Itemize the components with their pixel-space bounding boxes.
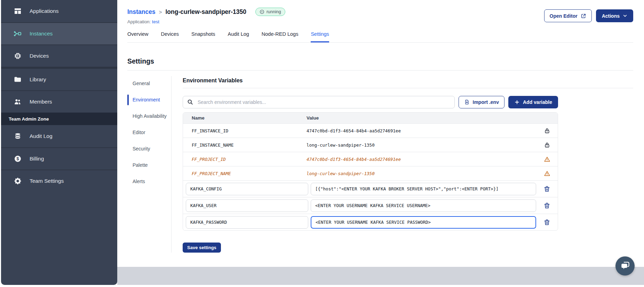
- warning-icon: [544, 156, 550, 163]
- env-var-value-input[interactable]: [311, 216, 536, 229]
- sidebar-main-nav: Applications Instances Devices Library M…: [1, 0, 117, 113]
- warning-icon: [544, 170, 550, 177]
- chat-bubbles-icon: [620, 260, 630, 272]
- open-editor-label: Open Editor: [550, 13, 578, 19]
- header-actions: Open Editor Actions: [544, 8, 633, 22]
- add-variable-button[interactable]: Add variable: [508, 96, 558, 108]
- tab-settings[interactable]: Settings: [311, 31, 329, 42]
- tab-node-red-logs[interactable]: Node-RED Logs: [262, 31, 299, 42]
- save-settings-button[interactable]: Save settings: [183, 243, 221, 253]
- team-settings-icon: [14, 177, 22, 185]
- settings-nav-high-availability[interactable]: High Availability: [127, 109, 171, 123]
- row-actions: [536, 219, 558, 226]
- actions-label: Actions: [602, 13, 620, 19]
- env-var-name: FF_INSTANCE_NAME: [183, 142, 307, 148]
- sidebar-item-label: Billing: [30, 156, 44, 162]
- row-actions: [536, 186, 558, 192]
- env-var-row: FF_INSTANCE_NAMElong-curlew-sandpiper-13…: [183, 138, 558, 152]
- row-status: [536, 156, 558, 163]
- search-environment-input[interactable]: [183, 96, 455, 108]
- instance-tabs: OverviewDevicesSnapshotsAudit LogNode-RE…: [127, 31, 633, 43]
- env-var-value: long-curlew-sandpiper-1350: [307, 142, 536, 148]
- instance-header: Instances > long-curlew-sandpiper-1350 r…: [127, 0, 633, 24]
- sidebar-admin-nav: Audit Log$ Billing Team Settings: [1, 125, 117, 192]
- sidebar-item-label: Members: [30, 99, 52, 105]
- instances-icon: [14, 30, 22, 38]
- tab-snapshots[interactable]: Snapshots: [191, 31, 215, 42]
- sidebar-item-billing[interactable]: $ Billing: [1, 147, 117, 170]
- delete-variable-button[interactable]: [543, 219, 550, 226]
- instance-name: long-curlew-sandpiper-1350: [166, 8, 246, 16]
- footer-strip: [117, 267, 644, 285]
- environment-title-divider: [183, 88, 633, 88]
- tab-overview[interactable]: Overview: [127, 31, 148, 42]
- table-rows: FF_INSTANCE_ID4747c0bd-d1f3-4654-84b4-aa…: [183, 123, 558, 230]
- sidebar-item-label: Applications: [30, 8, 59, 14]
- audit-log-icon: [14, 132, 22, 140]
- sidebar-item-label: Instances: [30, 31, 53, 37]
- sidebar-item-devices[interactable]: Devices: [1, 44, 117, 67]
- row-status: [536, 170, 558, 177]
- env-var-name: FF_INSTANCE_ID: [183, 128, 307, 133]
- settings-nav-environment[interactable]: Environment: [127, 93, 171, 107]
- search-icon: [187, 99, 193, 105]
- sidebar-item-label: Library: [30, 76, 46, 83]
- env-var-name-input[interactable]: [186, 183, 308, 195]
- lock-icon: [544, 142, 550, 148]
- tab-devices[interactable]: Devices: [161, 31, 179, 42]
- sidebar-item-label: Audit Log: [30, 133, 53, 139]
- flowfuse-instance-settings-page: Applications Instances Devices Library M…: [0, 0, 644, 287]
- environment-section: Environment Variables Import .env Add va…: [172, 76, 633, 253]
- import-env-label: Import .env: [473, 99, 499, 105]
- devices-icon: [14, 52, 22, 60]
- env-var-value: 4747c0bd-d1f3-4654-84b4-aa5d274691ee: [307, 157, 536, 162]
- environment-variables-title: Environment Variables: [183, 77, 633, 84]
- delete-variable-button[interactable]: [543, 202, 550, 209]
- sidebar-item-label: Devices: [30, 53, 49, 59]
- sidebar-item-members[interactable]: Members: [1, 90, 117, 113]
- settings-nav-security[interactable]: Security: [127, 142, 171, 156]
- settings-nav-editor[interactable]: Editor: [127, 126, 171, 139]
- actions-button[interactable]: Actions: [596, 9, 633, 22]
- environment-variables-table: Name Value FF_INSTANCE_ID4747c0bd-d1f3-4…: [183, 112, 558, 231]
- sidebar-item-instances[interactable]: Instances: [1, 22, 117, 44]
- billing-icon: $: [14, 155, 22, 163]
- external-link-icon: [581, 13, 586, 19]
- delete-variable-button[interactable]: [543, 186, 550, 192]
- status-label: running: [267, 9, 281, 14]
- environment-controls: Import .env Add variable: [183, 96, 558, 108]
- breadcrumb: Instances > long-curlew-sandpiper-1350 r…: [127, 8, 285, 16]
- application-link[interactable]: test: [152, 19, 159, 24]
- breadcrumb-instances-link[interactable]: Instances: [127, 8, 156, 16]
- env-var-row: FF_PROJECT_ID4747c0bd-d1f3-4654-84b4-aa5…: [183, 152, 558, 166]
- sidebar-item-audit-log[interactable]: Audit Log: [1, 125, 117, 147]
- settings-nav-palette[interactable]: Palette: [127, 158, 171, 172]
- column-header-name: Name: [183, 115, 307, 121]
- env-var-name-input[interactable]: [186, 216, 308, 229]
- chat-widget-button[interactable]: [615, 256, 635, 276]
- sidebar-item-applications[interactable]: Applications: [1, 0, 117, 22]
- env-var-row: FF_INSTANCE_ID4747c0bd-d1f3-4654-84b4-aa…: [183, 123, 558, 138]
- env-var-value: 4747c0bd-d1f3-4654-84b4-aa5d274691ee: [307, 128, 536, 133]
- open-editor-button[interactable]: Open Editor: [544, 9, 592, 22]
- sidebar-item-team-settings[interactable]: Team Settings: [1, 170, 117, 192]
- tab-audit-log[interactable]: Audit Log: [228, 31, 249, 42]
- import-file-icon: [464, 99, 470, 105]
- settings-body: GeneralEnvironmentHigh AvailabilityEdito…: [127, 76, 633, 253]
- import-env-button[interactable]: Import .env: [459, 96, 504, 108]
- search-field-wrap: [183, 96, 455, 108]
- settings-nav-general[interactable]: General: [127, 77, 171, 90]
- env-var-value: long-curlew-sandpiper-1350: [307, 171, 536, 176]
- row-actions: [536, 202, 558, 209]
- sidebar-item-library[interactable]: Library: [1, 68, 117, 90]
- svg-text:$: $: [17, 156, 19, 161]
- add-variable-label: Add variable: [523, 99, 552, 105]
- settings-nav-alerts[interactable]: Alerts: [127, 175, 171, 188]
- members-icon: [14, 98, 22, 106]
- env-var-name-input[interactable]: [186, 199, 308, 212]
- sidebar-section-team-admin-zone: Team Admin Zone: [1, 113, 117, 125]
- env-var-value-input[interactable]: [311, 199, 536, 212]
- table-header: Name Value: [183, 113, 558, 123]
- application-label: Application:: [127, 19, 151, 24]
- env-var-value-input[interactable]: [311, 183, 536, 195]
